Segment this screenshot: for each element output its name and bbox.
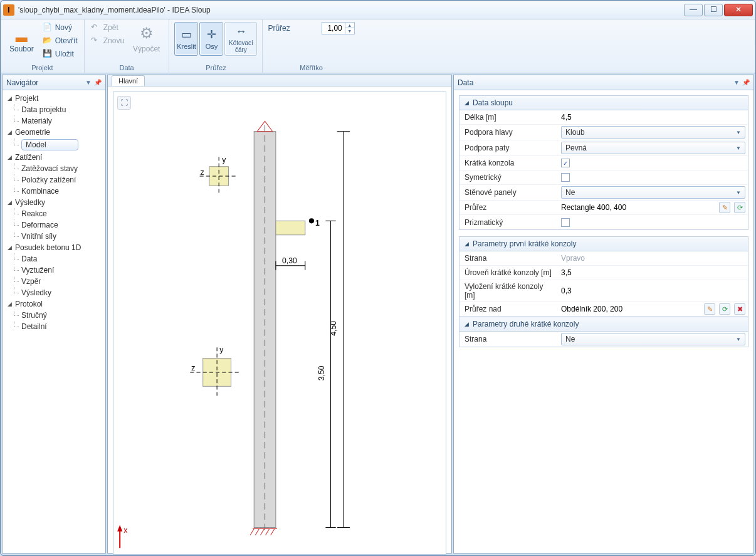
section-label: Průřez [268,24,290,33]
checkbox-kratka-konzola[interactable]: ✓ [561,159,570,167]
refresh-icon[interactable]: ⟳ [719,303,730,315]
ribbon: ▂ Soubor 📄Nový 📂Otevřít 💾Uložit Projekt … [1,19,755,73]
navigator-panel: Navigátor ▼📌 ◢Projekt Data projektu Mate… [2,75,106,553]
axes-toggle[interactable]: ✛ Osy [199,22,223,56]
checkbox-prizmaticky[interactable] [561,218,570,227]
label-podpora-hlavy: Podpora hlavy [459,126,560,139]
tree-protokol[interactable]: ◢Protokol [4,298,104,310]
maximize-button[interactable]: ☐ [704,4,723,16]
tree-model[interactable]: Model [4,138,104,152]
spin-down[interactable]: ▼ [345,28,354,34]
tree-vzper[interactable]: Vzpěr [4,276,104,287]
tree-deformace[interactable]: Deformace [4,219,104,231]
label-kratka-konzola: Krátká konzola [459,157,560,169]
refresh-icon[interactable]: ⟳ [734,202,745,213]
dropdown-icon[interactable]: ▼ [85,79,92,86]
group-meritko: Měřítko [268,63,354,71]
fullscreen-icon[interactable]: ⛶ [117,96,131,110]
dimension-icon: ↔ [235,25,246,38]
new-button[interactable]: 📄Nový [41,22,79,33]
tree-strucny[interactable]: Stručný [4,310,104,321]
close-button[interactable]: ✕ [724,4,753,16]
tree-detailni[interactable]: Detailní [4,321,104,332]
tree-zatizeni[interactable]: ◢Zatížení [4,152,104,163]
tree-polozky-zatizeni[interactable]: Položky zatížení [4,174,104,186]
svg-text:3,50: 3,50 [317,365,326,380]
draw-toggle[interactable]: ▭ Kreslit [174,22,198,56]
label-vylozeni: Vyložení krátké konzoly [m] [459,280,560,302]
file-menu[interactable]: ▂ Soubor [6,22,38,55]
svg-text:1: 1 [315,219,320,228]
tree-reakce[interactable]: Reakce [4,208,104,219]
value-strana: Vpravo [561,254,585,263]
tree-data-projektu[interactable]: Data projektu [4,104,104,115]
section-input[interactable] [322,24,345,33]
pin-icon[interactable]: 📌 [742,79,750,86]
dimension-toggle[interactable]: ↔ Kótovací čáry [224,22,257,56]
select-podpora-hlavy[interactable]: Kloub▼ [561,126,745,139]
label-delka: Délka [m] [459,111,560,123]
calculate-button[interactable]: ⚙ Výpočet [129,22,164,55]
label-symetricky: Symetrický [459,171,560,184]
svg-rect-1 [276,221,305,234]
center-panel: Hlavní ⛶ 1 [107,75,452,553]
gear-icon: ⚙ [137,23,157,43]
checkbox-symetricky[interactable] [561,173,570,182]
tree-geometrie[interactable]: ◢Geometrie [4,127,104,138]
tree-posudek[interactable]: ◢Posudek betonu 1D [4,242,104,253]
svg-line-10 [271,529,275,535]
svg-text:z: z [201,168,204,177]
section-header-1[interactable]: ◢Data sloupu [459,96,748,110]
tree-kombinace[interactable]: Kombinace [4,186,104,197]
canvas[interactable]: ⛶ 1 4,50 [113,92,446,555]
tab-hlavni[interactable]: Hlavní [112,75,145,86]
section-header-3[interactable]: ◢Parametry druhé krátké konzoly [459,317,748,332]
data-title: Data [458,78,473,87]
redo-button[interactable]: ↷Znovu [90,35,125,46]
tree-vnitrni-sily[interactable]: Vnitřní síly [4,231,104,242]
spin-up[interactable]: ▲ [345,23,354,28]
data-panel: Data ▼📌 ◢Data sloupu Délka [m]4,5 Podpor… [453,75,754,553]
open-button[interactable]: 📂Otevřít [41,35,79,46]
svg-text:y: y [222,155,226,164]
undo-button[interactable]: ↶Zpět [90,22,125,33]
save-icon: 💾 [43,49,53,59]
svg-marker-35 [117,525,122,531]
value-vylozeni[interactable]: 0,3 [561,286,572,295]
chevron-down-icon: ▼ [736,130,741,135]
tree-posudek-vysledky[interactable]: Výsledky [4,287,104,298]
select-stenove-panely[interactable]: Ne▼ [561,186,745,199]
edit-icon[interactable]: ✎ [719,202,730,213]
pin-icon[interactable]: 📌 [94,79,102,86]
chevron-down-icon: ▼ [736,190,741,196]
value-uroven[interactable]: 3,5 [561,268,572,277]
select-strana2[interactable]: Ne▼ [561,333,745,345]
tree-vyztuzeni[interactable]: Vyztužení [4,265,104,276]
svg-line-6 [250,529,254,535]
value-delka[interactable]: 4,5 [561,113,572,122]
edit-icon[interactable]: ✎ [704,303,715,315]
tree-materialy[interactable]: Materiály [4,115,104,127]
minimize-button[interactable]: — [684,4,703,16]
group-data: Data [90,63,164,71]
tree-zatezovaci-stavy[interactable]: Zatěžovací stavy [4,163,104,174]
svg-text:0,30: 0,30 [282,256,297,265]
section-prvni-konzola: ◢Parametry první krátké konzoly StranaVp… [459,236,748,347]
chevron-down-icon: ▼ [736,337,741,342]
new-icon: 📄 [43,23,53,33]
tabstrip: Hlavní [108,75,451,87]
section-header-2[interactable]: ◢Parametry první krátké konzoly [459,237,748,251]
save-button[interactable]: 💾Uložit [41,48,79,60]
select-podpora-paty[interactable]: Pevná▼ [561,142,745,154]
tree-posudek-data[interactable]: Data [4,253,104,265]
label-podpora-paty: Podpora paty [459,142,560,154]
delete-icon[interactable]: ✖ [734,303,745,315]
app-icon: I [3,4,14,16]
label-prurez-nad: Průřez nad [459,303,560,315]
tree-projekt[interactable]: ◢Projekt [4,93,104,104]
svg-text:x: x [123,526,127,535]
tree-vysledky[interactable]: ◢Výsledky [4,197,104,208]
svg-text:z: z [191,364,195,372]
dropdown-icon[interactable]: ▼ [733,79,740,86]
section-spinner[interactable]: ▲▼ [322,22,355,34]
